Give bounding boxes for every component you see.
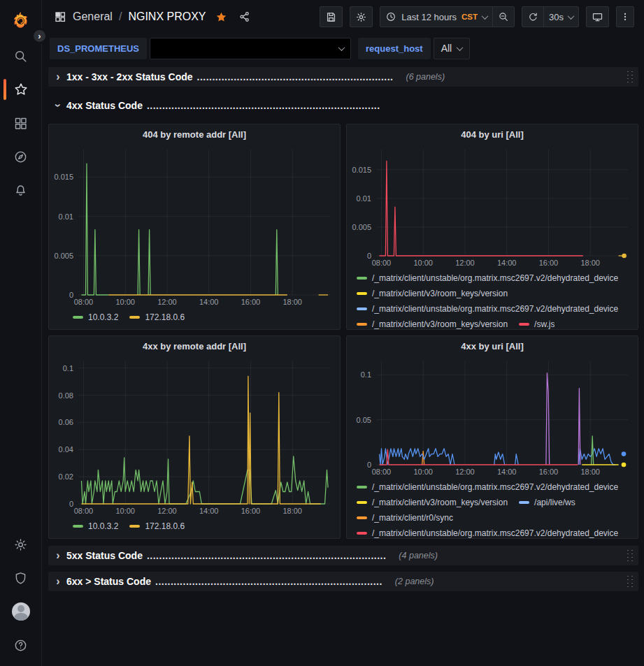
legend-item[interactable]: /_matrix/client/v3/room_keys/version (357, 286, 508, 301)
tv-mode-button[interactable] (586, 6, 609, 27)
save-dashboard-button[interactable] (320, 6, 343, 27)
legend-item[interactable]: 172.18.0.6 (129, 310, 185, 325)
timeseries-chart[interactable]: 08:0010:0012:0014:0016:0018:0000.050.1 (347, 356, 638, 478)
svg-text:16:00: 16:00 (539, 468, 559, 476)
variable-label-ds-prometheus[interactable]: DS_PROMETHEUS (50, 38, 147, 59)
dashboard-settings-button[interactable] (350, 6, 373, 27)
svg-text:14:00: 14:00 (199, 507, 219, 515)
svg-text:0.02: 0.02 (59, 472, 73, 481)
breadcrumb-section[interactable]: General (73, 10, 113, 23)
svg-text:10:00: 10:00 (413, 259, 433, 267)
svg-text:0: 0 (69, 291, 73, 299)
panel-title[interactable]: 4xx by remote addr [All] (49, 336, 340, 356)
legend-item[interactable]: 10.0.3.2 (73, 310, 118, 325)
sidebar-item-profile[interactable] (0, 595, 41, 628)
gear-icon (355, 11, 367, 23)
share-icon[interactable] (238, 10, 251, 23)
refresh-button[interactable] (522, 6, 544, 27)
panel-title[interactable]: 4xx by uri [All] (347, 336, 638, 356)
help-icon (13, 638, 28, 653)
timeseries-chart[interactable]: 08:0010:0012:0014:0016:0018:0000.020.040… (49, 356, 340, 517)
panel-title[interactable]: 404 by remote addr [All] (49, 124, 340, 144)
svg-text:10:00: 10:00 (115, 298, 135, 306)
legend-item[interactable]: /_matrix/client/v3/room_keys/version (357, 317, 508, 329)
legend-item[interactable]: /_matrix/client/r0/sync (357, 510, 453, 526)
svg-text:0.01: 0.01 (357, 194, 371, 203)
sidebar-item-explore[interactable] (0, 140, 41, 173)
chevron-down-icon: › (52, 100, 64, 111)
chevron-down-icon (568, 13, 575, 20)
svg-text:0.015: 0.015 (352, 166, 371, 174)
row-drag-handle[interactable] (626, 574, 634, 588)
chevron-down-icon (338, 44, 345, 51)
compass-icon (13, 150, 28, 164)
row-title: 6xx > Status Code (66, 576, 151, 587)
sidebar-item-server-admin[interactable] (0, 561, 41, 595)
row-6xx[interactable]: › 6xx > Status Code ....................… (48, 572, 638, 591)
row-4xx[interactable]: › 4xx Status Code ......................… (48, 96, 638, 115)
variable-value-request-host[interactable]: All (434, 38, 471, 59)
svg-text:12:00: 12:00 (455, 468, 475, 476)
top-nav: General / NGINX PROXY Last 12 hours CST (43, 0, 644, 34)
chevron-right-icon: › (52, 575, 64, 588)
row-drag-handle[interactable] (626, 549, 634, 563)
favorite-star-icon[interactable] (215, 10, 228, 24)
clock-icon (385, 11, 396, 22)
svg-text:0.04: 0.04 (59, 445, 73, 454)
svg-text:18:00: 18:00 (282, 298, 302, 306)
sidebar-item-alerting[interactable] (0, 173, 41, 207)
legend-item[interactable]: /_matrix/client/unstable/org.matrix.msc2… (357, 479, 618, 495)
panel-legend: /_matrix/client/unstable/org.matrix.msc2… (347, 478, 638, 538)
zoom-out-icon (498, 11, 509, 22)
chevron-right-icon: › (52, 549, 64, 562)
breadcrumb-separator: / (119, 10, 122, 23)
legend-item[interactable]: /_matrix/client/unstable/org.matrix.msc2… (357, 526, 618, 538)
svg-text:0.1: 0.1 (361, 370, 371, 379)
legend-item[interactable]: 10.0.3.2 (73, 519, 118, 534)
variable-label-request-host[interactable]: request_host (358, 38, 431, 59)
dashboard-grid-icon (54, 10, 66, 23)
legend-item[interactable]: /_matrix/client/unstable/org.matrix.msc2… (357, 270, 618, 286)
svg-text:16:00: 16:00 (241, 507, 261, 515)
legend-item[interactable]: /sw.js (519, 317, 554, 329)
sidebar-bottom (0, 528, 41, 666)
svg-text:16:00: 16:00 (241, 298, 261, 306)
save-icon (325, 11, 337, 23)
bell-icon (13, 183, 28, 198)
svg-text:0: 0 (69, 500, 73, 508)
legend-item[interactable]: 172.18.0.6 (129, 519, 185, 534)
row-1xx-3xx-2xx[interactable]: › 1xx - 3xx - 2xx Status Code ..........… (48, 67, 638, 87)
sidebar-item-configuration[interactable] (0, 528, 41, 561)
row-panel-count: (6 panels) (406, 72, 445, 82)
variable-value-ds-prometheus[interactable] (150, 38, 351, 59)
sidebar-expand-button[interactable]: › (31, 28, 48, 44)
svg-text:12:00: 12:00 (455, 259, 475, 267)
svg-text:10:00: 10:00 (115, 507, 135, 515)
row-title: 4xx Status Code (66, 100, 143, 111)
sidebar-item-help[interactable] (0, 628, 41, 662)
time-range-picker[interactable]: Last 12 hours CST (380, 6, 493, 27)
panel-404-by-uri: 404 by uri [All] 08:0010:0012:0014:0016:… (346, 124, 638, 330)
legend-item[interactable]: /api/live/ws (519, 495, 575, 510)
chevron-down-icon (457, 44, 464, 51)
sidebar-item-dashboards[interactable] (0, 106, 41, 140)
svg-text:12:00: 12:00 (157, 298, 177, 306)
timezone-label: CST (461, 13, 478, 21)
sidebar-item-search[interactable] (0, 39, 41, 73)
svg-text:14:00: 14:00 (199, 298, 219, 306)
row-title: 5xx Status Code (66, 550, 143, 561)
legend-item[interactable]: /_matrix/client/v3/room_keys/version (357, 495, 508, 510)
zoom-out-time-button[interactable] (492, 6, 515, 27)
timeseries-chart[interactable]: 08:0010:0012:0014:0016:0018:0000.0050.01… (347, 144, 638, 269)
row-title: 1xx - 3xx - 2xx Status Code (66, 71, 193, 82)
page-title: NGINX PROXY (128, 10, 206, 23)
search-icon (13, 49, 28, 64)
legend-item[interactable]: /_matrix/client/unstable/org.matrix.msc2… (357, 301, 618, 317)
sidebar-item-starred[interactable] (0, 73, 41, 106)
timeseries-chart[interactable]: 08:0010:0012:0014:0016:0018:0000.0050.01… (49, 144, 340, 308)
row-5xx[interactable]: › 5xx Status Code ......................… (48, 546, 638, 565)
row-drag-handle[interactable] (626, 70, 634, 84)
panel-title[interactable]: 404 by uri [All] (347, 124, 638, 144)
refresh-interval-picker[interactable]: 30s (543, 6, 579, 27)
more-options-button[interactable] (616, 6, 634, 27)
